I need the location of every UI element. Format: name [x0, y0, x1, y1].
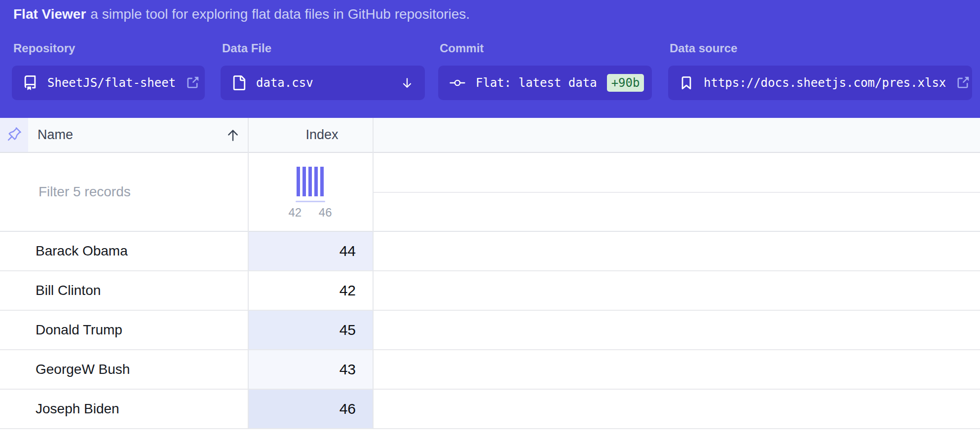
repository-label: Repository [13, 41, 75, 55]
down-arrow-icon [400, 76, 414, 90]
index-cell: 43 [248, 350, 373, 389]
data-source-link[interactable]: https://docs.sheetjs.com/pres.xlsx [668, 66, 972, 100]
column-header-index[interactable]: Index [260, 118, 384, 152]
grid-header-row: Name Index [0, 118, 980, 153]
data-file-value: data.csv [256, 76, 313, 90]
external-link-icon [956, 76, 970, 90]
histogram-bar [302, 167, 306, 196]
index-cell: 46 [248, 390, 373, 428]
filter-row: 42 46 [0, 153, 980, 232]
table-row: Donald Trump45 [0, 311, 980, 350]
column-header-name[interactable]: Name [38, 118, 73, 152]
top-banner: Flat Viewera simple tool for exploring f… [0, 0, 980, 118]
histogram-axis [296, 201, 325, 202]
index-cell: 45 [248, 311, 373, 349]
data-grid: Name Index 42 46 Barack Obama44Bill Clin… [0, 118, 980, 429]
index-histogram[interactable]: 42 46 [248, 153, 373, 231]
table-row: Joseph Biden46 [0, 390, 980, 429]
table-row: GeorgeW Bush43 [0, 350, 980, 390]
histogram-range-labels: 42 46 [289, 206, 332, 219]
flat-viewer-app: Flat Viewera simple tool for exploring f… [0, 0, 980, 438]
repository-value: SheetJS/flat-sheet [47, 76, 176, 90]
control-data-file: Data File data.csv [221, 41, 271, 55]
name-cell: Joseph Biden [0, 390, 247, 428]
commit-select[interactable]: Flat: latest data +90b [438, 66, 652, 100]
data-file-select[interactable]: data.csv [221, 66, 425, 100]
repo-book-icon [23, 75, 38, 90]
data-source-label: Data source [670, 41, 737, 55]
histogram-min-label: 42 [289, 206, 302, 219]
commit-label: Commit [440, 41, 484, 55]
data-source-value: https://docs.sheetjs.com/pres.xlsx [704, 76, 946, 90]
column-divider [248, 118, 249, 429]
app-title: Flat Viewera simple tool for exploring f… [13, 6, 470, 22]
repository-button[interactable]: SheetJS/flat-sheet [12, 66, 205, 100]
index-cell: 42 [248, 271, 373, 310]
app-title-bold: Flat Viewer [13, 6, 86, 22]
index-cell: 44 [248, 232, 373, 270]
table-row: Barack Obama44 [0, 232, 980, 271]
file-icon [231, 75, 246, 90]
grid-rows: Barack Obama44Bill Clinton42Donald Trump… [0, 232, 980, 429]
filter-input[interactable] [0, 153, 247, 231]
row-divider [373, 192, 980, 193]
control-commit: Commit Flat: latest data +90b [438, 41, 484, 55]
name-cell: GeorgeW Bush [0, 350, 247, 389]
data-file-label: Data File [222, 41, 271, 55]
bookmark-icon [679, 75, 694, 90]
histogram-bar [297, 167, 300, 196]
table-row: Bill Clinton42 [0, 271, 980, 311]
control-repository: Repository SheetJS/flat-sheet [12, 41, 75, 55]
histogram-bar [320, 167, 324, 196]
external-link-icon [186, 76, 199, 90]
name-cell: Bill Clinton [0, 271, 247, 310]
pin-icon [5, 125, 24, 146]
pin-column-button[interactable] [0, 118, 28, 152]
control-data-source: Data source https://docs.sheetjs.com/pre… [668, 41, 737, 55]
histogram-bar [314, 167, 318, 196]
app-subtitle: a simple tool for exploring flat data fi… [90, 6, 470, 22]
histogram-bar [308, 167, 312, 196]
commit-diff-badge: +90b [607, 74, 644, 92]
histogram-max-label: 46 [319, 206, 332, 219]
column-divider [373, 118, 374, 429]
sort-ascending-icon [225, 118, 241, 152]
histogram-bars [297, 167, 324, 196]
name-cell: Donald Trump [0, 311, 247, 349]
name-cell: Barack Obama [0, 232, 247, 270]
commit-value: Flat: latest data [476, 76, 597, 90]
git-commit-icon [449, 74, 466, 91]
